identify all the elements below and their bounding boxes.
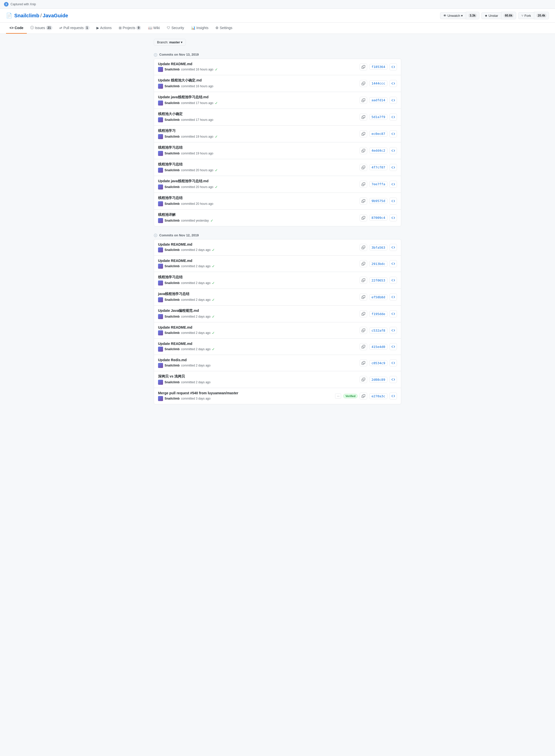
- commit-message[interactable]: Merge pull request #540 from luyuanwan/m…: [158, 391, 335, 395]
- commit-message[interactable]: 线程池大小确定: [158, 112, 360, 116]
- tab-wiki[interactable]: 📖 Wiki: [144, 23, 163, 34]
- commit-hash-link[interactable]: ec0ec87: [369, 131, 387, 136]
- star-count[interactable]: 60.6k: [501, 12, 516, 19]
- commit-hash-link[interactable]: f195dde: [369, 311, 387, 317]
- commit-author[interactable]: Snailclimb: [165, 248, 180, 252]
- tab-settings[interactable]: ⚙ Settings: [212, 23, 236, 34]
- commit-hash-link[interactable]: 4f7cf07: [369, 164, 387, 170]
- browse-code-button[interactable]: [389, 130, 397, 137]
- commit-author[interactable]: Snailclimb: [165, 219, 180, 222]
- commit-author[interactable]: Snailclimb: [165, 348, 180, 351]
- commit-author[interactable]: Snailclimb: [165, 331, 180, 334]
- commit-author[interactable]: Snailclimb: [165, 68, 180, 71]
- branch-selector[interactable]: Branch: master ▾: [154, 39, 186, 46]
- commit-author[interactable]: Snailclimb: [165, 84, 180, 88]
- copy-hash-button[interactable]: [360, 244, 367, 251]
- commit-author[interactable]: Snailclimb: [165, 381, 180, 384]
- tab-security[interactable]: 🛡 Security: [163, 23, 187, 34]
- browse-code-button[interactable]: [389, 277, 397, 284]
- commit-message[interactable]: Update Java编程规范.md: [158, 309, 360, 313]
- commit-message[interactable]: 线程池学习总结: [158, 275, 360, 279]
- browse-code-button[interactable]: [389, 214, 397, 221]
- commit-hash-link[interactable]: 4edd4c2: [369, 148, 387, 153]
- repo-name-link[interactable]: JavaGuide: [43, 13, 68, 18]
- tab-insights[interactable]: 📊 Insights: [187, 23, 212, 34]
- commit-author[interactable]: Snailclimb: [165, 101, 180, 105]
- commit-hash-link[interactable]: 2d08c89: [369, 377, 387, 383]
- copy-hash-button[interactable]: [360, 214, 367, 221]
- commit-author[interactable]: Snailclimb: [165, 152, 180, 155]
- commit-hash-link[interactable]: aadfd14: [369, 97, 387, 103]
- commit-hash-link[interactable]: 22f0653: [369, 277, 387, 283]
- commit-message[interactable]: Update README.md: [158, 242, 360, 246]
- browse-code-button[interactable]: [389, 310, 397, 317]
- commit-author[interactable]: Snailclimb: [165, 202, 180, 205]
- watch-count[interactable]: 3.3k: [466, 12, 479, 19]
- fork-count[interactable]: 20.4k: [534, 12, 549, 19]
- commit-author[interactable]: Snailclimb: [165, 185, 180, 189]
- commit-message[interactable]: 线程池学习: [158, 129, 360, 133]
- commit-message[interactable]: Update Redis.md: [158, 358, 360, 362]
- commit-author[interactable]: Snailclimb: [165, 298, 180, 302]
- commit-message[interactable]: Update README.md: [158, 342, 360, 346]
- commit-message[interactable]: 线程池学习总结: [158, 196, 360, 200]
- commit-author[interactable]: Snailclimb: [165, 135, 180, 138]
- commit-message[interactable]: Update README.md: [158, 325, 360, 329]
- browse-code-button[interactable]: [389, 97, 397, 104]
- copy-hash-button[interactable]: [360, 147, 367, 154]
- copy-hash-button[interactable]: [360, 310, 367, 317]
- commit-hash-link[interactable]: f185364: [369, 64, 387, 70]
- commit-message[interactable]: Update java线程池学习总结.md: [158, 95, 360, 100]
- commit-message[interactable]: Update java线程池学习总结.md: [158, 179, 360, 184]
- commit-hash-link[interactable]: 1444ccc: [369, 80, 387, 86]
- commit-hash-link[interactable]: ef58b8d: [369, 294, 387, 300]
- copy-hash-button[interactable]: [360, 97, 367, 104]
- copy-hash-button[interactable]: [360, 80, 367, 87]
- commit-author[interactable]: Snailclimb: [165, 281, 180, 285]
- browse-code-button[interactable]: [389, 147, 397, 154]
- commit-author[interactable]: Snailclimb: [165, 364, 180, 367]
- commit-author[interactable]: Snailclimb: [165, 265, 180, 268]
- copy-hash-button[interactable]: [360, 260, 367, 267]
- browse-code-button[interactable]: [389, 359, 397, 366]
- browse-code-button[interactable]: [389, 80, 397, 87]
- commit-message[interactable]: Update README.md: [158, 62, 360, 66]
- copy-hash-button[interactable]: [360, 164, 367, 171]
- commit-hash-link[interactable]: 5d1a7f9: [369, 114, 387, 120]
- commit-hash-link[interactable]: 415e4d0: [369, 344, 387, 350]
- browse-code-button[interactable]: [389, 164, 397, 171]
- browse-code-button[interactable]: [389, 114, 397, 121]
- commit-hash-link[interactable]: 87009c4: [369, 215, 387, 221]
- browse-code-button[interactable]: [389, 293, 397, 301]
- tab-pull-requests[interactable]: ⇄ Pull requests 1: [56, 23, 93, 34]
- copy-hash-button[interactable]: [360, 343, 367, 350]
- browse-code-button[interactable]: [389, 198, 397, 204]
- commit-message[interactable]: 线程池学习总结: [158, 162, 360, 167]
- commit-message[interactable]: java线程池学习总结: [158, 292, 360, 296]
- commit-author[interactable]: Snailclimb: [165, 118, 180, 122]
- browse-code-button[interactable]: [389, 393, 397, 400]
- browse-code-button[interactable]: [389, 64, 397, 71]
- copy-hash-button[interactable]: [360, 198, 367, 204]
- copy-hash-button[interactable]: [360, 393, 367, 400]
- commit-author[interactable]: Snailclimb: [165, 315, 180, 318]
- copy-hash-button[interactable]: [360, 359, 367, 366]
- copy-hash-button[interactable]: [360, 114, 367, 121]
- commit-message[interactable]: Update README.md: [158, 259, 360, 263]
- commit-message[interactable]: Update 线程池大小确定.md: [158, 78, 360, 83]
- commit-author[interactable]: Snailclimb: [165, 397, 180, 400]
- fork-button[interactable]: ⑂ Fork: [518, 12, 534, 19]
- ellipsis-button[interactable]: ···: [335, 394, 341, 399]
- browse-code-button[interactable]: [389, 343, 397, 350]
- commit-message[interactable]: 深拷贝 vs 浅拷贝: [158, 374, 360, 379]
- copy-hash-button[interactable]: [360, 293, 367, 301]
- commit-hash-link[interactable]: 2913bdc: [369, 261, 387, 267]
- tab-actions[interactable]: ▶ Actions: [93, 23, 115, 34]
- commit-message[interactable]: 线程池详解: [158, 212, 360, 217]
- browse-code-button[interactable]: [389, 181, 397, 188]
- watch-button[interactable]: 👁 Unwatch ▾: [440, 12, 466, 19]
- copy-hash-button[interactable]: [360, 327, 367, 334]
- star-button[interactable]: ★ Unstar: [481, 12, 501, 19]
- copy-hash-button[interactable]: [360, 130, 367, 137]
- tab-projects[interactable]: ⊞ Projects 0: [115, 23, 144, 34]
